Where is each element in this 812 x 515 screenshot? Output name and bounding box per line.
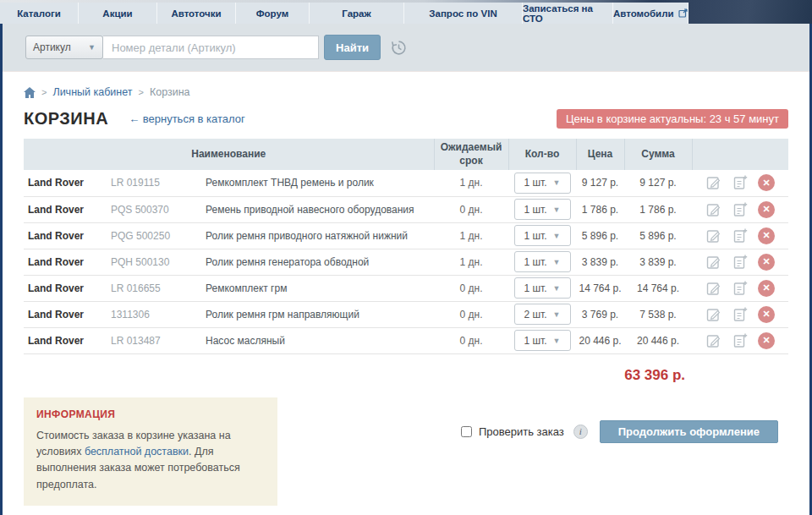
breadcrumb-link-account[interactable]: Личный кабинет [52,86,132,98]
verify-order-checkbox[interactable] [461,426,472,437]
product-name-cell: Ролик ремня грм направляющий [206,301,434,327]
nav-tab[interactable]: Каталоги [0,3,79,24]
quantity-select[interactable]: 1 шт. ▼ [514,225,571,246]
edit-icon[interactable] [705,332,722,349]
nav-tab[interactable]: Автоточки [157,3,236,24]
product-name-cell: Насос масляный [206,327,434,353]
nav-tab-label: Автоточки [171,8,221,19]
cart-row: Land Rover LR 013487 Насос масляный 0 дн… [24,327,788,353]
expected-term-cell: 0 дн. [434,327,508,353]
cart-table: Наименование Ожидаемый срок Кол-во Цена … [24,139,788,354]
sum-cell: 7 538 р. [624,301,692,327]
cart-row: Land Rover 1311306 Ролик ремня грм напра… [24,301,788,327]
delete-icon[interactable]: ✕ [758,174,775,191]
price-cell: 14 764 р. [576,275,624,301]
quantity-value: 2 шт. [524,309,546,321]
quantity-value: 1 шт. [524,204,546,216]
nav-tab-label: Форум [256,8,288,19]
main-content: > Личный кабинет > Корзина КОРЗИНА ← вер… [3,86,809,506]
add-to-list-icon[interactable] [732,306,749,323]
edit-icon[interactable] [705,227,722,244]
nav-tab-label: Акции [102,8,132,19]
delete-icon[interactable]: ✕ [758,201,775,218]
info-box-text: Стоимость заказа в корзине указана на ус… [36,428,265,494]
edit-icon[interactable] [705,280,722,297]
expected-term-cell: 0 дн. [434,301,508,327]
nav-tab[interactable]: Записаться на СТО [523,3,613,24]
price-cell: 3 839 р. [576,249,624,275]
article-cell: LR 019115 [111,170,206,196]
price-cell: 20 446 р. [576,327,624,353]
product-name-cell: Ролик ремня генератора обводной [206,249,434,275]
nav-tab-label: Записаться на СТО [523,3,612,24]
quantity-value: 1 шт. [524,256,546,268]
quantity-select[interactable]: 1 шт. ▼ [514,277,571,299]
brand-cell: Land Rover [24,196,111,222]
breadcrumb: > Личный кабинет > Корзина [24,86,788,98]
add-to-list-icon[interactable] [732,280,749,297]
edit-icon[interactable] [705,306,722,323]
bottom-row: ИНФОРМАЦИЯ Стоимость заказа в корзине ук… [24,397,788,507]
price-cell: 5 896 р. [576,222,624,249]
edit-icon[interactable] [705,201,722,218]
nav-tab[interactable]: Автомобили [613,3,689,24]
product-name-cell: Ролик ремня приводного натяжной нижний [206,222,434,249]
edit-icon[interactable] [705,254,722,271]
delete-icon[interactable]: ✕ [758,306,775,323]
nav-tab-label: Автомобили [613,8,674,19]
quantity-value: 1 шт. [524,177,546,189]
add-to-list-icon[interactable] [732,227,749,244]
quantity-select[interactable]: 2 шт. ▼ [514,304,571,325]
nav-tab[interactable]: Гараж [310,3,404,24]
nav-tab-label: Гараж [342,8,370,19]
edit-icon[interactable] [705,174,722,191]
sum-cell: 14 764 р. [624,275,692,301]
nav-tab[interactable]: Форум [236,3,310,24]
quantity-select[interactable]: 1 шт. ▼ [514,330,571,351]
cart-row: Land Rover PQS 500370 Ремень приводной н… [24,196,788,222]
search-category-value: Артикул [33,41,71,53]
cart-total: 63 396 р. [24,367,788,384]
prices-valid-badge: Цены в корзине актуальны: 23 ч 57 минут [557,109,788,129]
quantity-select[interactable]: 1 шт. ▼ [514,199,571,220]
cart-row: Land Rover LR 019115 Ремкомплект ТНВД ре… [24,170,788,196]
info-box: ИНФОРМАЦИЯ Стоимость заказа в корзине ук… [24,397,277,507]
delete-icon[interactable]: ✕ [758,332,775,349]
checkout-controls: Проверить заказ i Продолжить оформление [461,420,778,443]
continue-checkout-button[interactable]: Продолжить оформление [600,420,778,443]
delete-icon[interactable]: ✕ [758,254,775,271]
info-icon[interactable]: i [573,425,588,439]
delete-icon[interactable]: ✕ [758,280,775,297]
quantity-select[interactable]: 1 шт. ▼ [514,173,571,194]
quantity-select[interactable]: 1 шт. ▼ [514,251,571,272]
add-to-list-icon[interactable] [732,201,749,218]
search-history-icon[interactable] [390,39,408,57]
add-to-list-icon[interactable] [732,174,749,191]
cart-row: Land Rover LR 016655 Ремкомплект грм 0 д… [24,275,788,301]
brand-cell: Land Rover [24,327,111,353]
add-to-list-icon[interactable] [732,332,749,349]
chevron-down-icon: ▼ [553,284,561,293]
delete-icon[interactable]: ✕ [758,227,775,244]
product-name-cell: Ремкомплект грм [206,275,434,301]
nav-tab-label: Запрос по VIN [429,8,497,19]
brand-cell: Land Rover [24,301,111,327]
nav-tab[interactable]: Акции [79,3,157,24]
search-category-select[interactable]: Артикул ▼ [25,36,103,59]
brand-cell: Land Rover [24,275,111,301]
chevron-down-icon: ▼ [553,232,561,240]
search-button[interactable]: Найти [324,35,381,60]
free-delivery-link[interactable]: бесплатной доставки [85,446,189,457]
nav-tab[interactable]: Запрос по VIN [404,3,523,24]
back-to-catalog-link[interactable]: ← вернуться в каталог [129,112,245,125]
price-cell: 1 786 р. [576,196,624,222]
expected-term-cell: 1 дн. [434,170,508,196]
home-icon[interactable] [24,87,36,98]
header-price: Цена [576,139,624,170]
header-qty: Кол-во [508,139,576,170]
cart-table-header: Наименование Ожидаемый срок Кол-во Цена … [24,139,788,170]
expected-term-cell: 0 дн. [434,196,508,222]
search-input[interactable] [103,36,319,59]
add-to-list-icon[interactable] [732,254,749,271]
page-frame: Артикул ▼ Найти > Личный кабинет > Корзи… [0,24,812,515]
